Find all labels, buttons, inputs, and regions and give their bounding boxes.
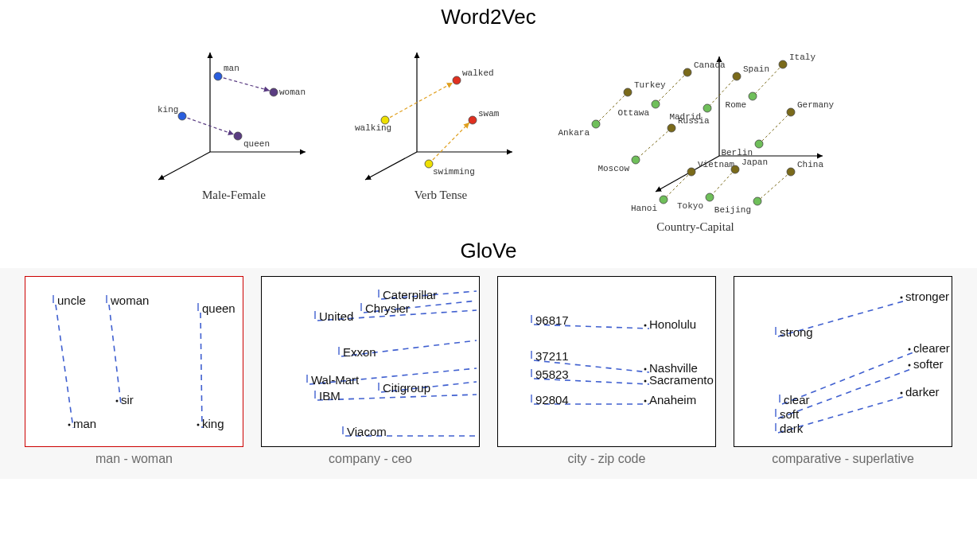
glove-label: queen (202, 301, 235, 315)
glove-label: 96817 (535, 313, 569, 327)
svg-point-30 (683, 68, 691, 76)
w2v-panel-verb-tense: walking walked swimming swam Verb Tense (345, 33, 536, 234)
pt-label: Rome (726, 100, 746, 110)
w2v-svg-male-female: man woman king queen (138, 33, 329, 184)
glove-panel-man-woman: unclemanwomansirqueenking man - woman (25, 276, 243, 466)
svg-line-51 (109, 305, 121, 404)
pt-label: Moscow (597, 164, 629, 173)
glove-panel-company-ceo: CaterpillarChryslerUnitedExxonWal-MartCi… (261, 276, 480, 466)
pt-label: Turkey (634, 80, 666, 90)
svg-point-53 (116, 400, 119, 402)
glove-svg: unclemanwomansirqueenking (25, 276, 243, 447)
glove-label: 37211 (535, 349, 569, 363)
w2v-panel-male-female: man woman king queen Male-Female (138, 33, 329, 234)
glove-label: Wal-Mart (311, 373, 360, 387)
svg-point-44 (731, 165, 739, 173)
pt-label: Tokyo (677, 201, 703, 211)
glove-svg: 96817Honolulu37211Nashville95823Sacramen… (497, 276, 716, 447)
glove-label: man (73, 417, 96, 430)
glove-panel-city-zip: 96817Honolulu37211Nashville95823Sacramen… (497, 276, 716, 466)
glove-label: darker (905, 385, 940, 399)
pt-label: Germany (797, 100, 835, 110)
w2v-caption: Verb Tense (415, 189, 468, 202)
glove-label: uncle (57, 294, 86, 307)
svg-point-96 (901, 392, 903, 395)
svg-point-7 (178, 112, 186, 120)
svg-point-43 (660, 196, 668, 204)
glove-label: Viacom (347, 425, 387, 438)
pt-label: Canada (694, 60, 726, 70)
svg-line-69 (317, 395, 477, 400)
glove-label: IBM (319, 389, 341, 402)
svg-point-84 (644, 400, 647, 402)
svg-point-5 (214, 72, 222, 80)
glove-label: Sacramento (649, 373, 714, 387)
glove-label: clear (784, 393, 810, 406)
glove-label: Chrysler (365, 301, 410, 315)
w2v-svg-country-capital: CanadaOttawaTurkeyAnkaraSpainMadridItaly… (552, 33, 839, 216)
svg-point-6 (270, 88, 278, 96)
pt-label: man (224, 64, 239, 73)
glove-label: king (202, 417, 224, 430)
svg-line-28 (710, 169, 735, 197)
svg-point-37 (749, 92, 757, 100)
glove-label: strong (780, 325, 813, 339)
glove-label: Citigroup (383, 381, 430, 395)
glove-label: 92804 (535, 393, 569, 406)
glove-label: United (319, 309, 353, 323)
pt-label: woman (279, 88, 306, 97)
w2v-panel-country-capital: CanadaOttawaTurkeyAnkaraSpainMadridItaly… (552, 33, 839, 234)
svg-line-13 (429, 122, 469, 164)
svg-point-34 (733, 72, 741, 80)
svg-point-35 (703, 104, 711, 112)
pt-label: Ottawa (617, 108, 649, 118)
svg-point-50 (68, 424, 71, 426)
svg-point-17 (469, 116, 477, 124)
pt-label: king (158, 105, 178, 115)
svg-point-75 (644, 325, 647, 327)
pt-label: Spain (743, 64, 769, 74)
pt-label: queen (243, 139, 270, 149)
svg-line-27 (664, 172, 691, 200)
pt-label: Italy (789, 52, 815, 62)
svg-line-29 (757, 172, 791, 201)
glove-label: sir (121, 393, 134, 406)
svg-point-41 (755, 140, 763, 148)
pt-label: Japan (742, 158, 768, 167)
glove-row: unclemanwomansirqueenking man - woman Ca… (16, 276, 961, 466)
pt-label: Hanoi (631, 204, 657, 213)
glove-wrap: unclemanwomansirqueenking man - woman Ca… (0, 268, 977, 479)
glove-label: Honolulu (649, 317, 696, 331)
pt-label: walking (355, 123, 391, 133)
glove-panel-comparative: strongstrongerclearclearersoftsofterdark… (734, 276, 952, 466)
pt-label: Berlin (721, 148, 753, 158)
svg-point-39 (632, 156, 640, 164)
word2vec-row: man woman king queen Male-Female (0, 33, 977, 234)
glove-label: Exxon (343, 345, 376, 359)
glove-label: softer (913, 357, 944, 371)
glove-label: stronger (905, 290, 949, 303)
glove-svg: CaterpillarChryslerUnitedExxonWal-MartCi… (261, 276, 480, 447)
svg-line-11 (365, 152, 417, 180)
svg-point-36 (779, 60, 787, 68)
section-title-word2vec: Word2Vec (0, 5, 977, 29)
pt-label: Russia (678, 116, 710, 126)
svg-line-54 (200, 313, 202, 428)
svg-point-42 (687, 168, 695, 176)
pt-label: swimming (433, 167, 475, 177)
glove-caption: man - woman (95, 452, 173, 466)
pt-label: walked (462, 68, 494, 78)
pt-label: Beijing (714, 205, 751, 215)
glove-caption: comparative - superlative (772, 452, 914, 466)
glove-label: woman (110, 294, 149, 307)
svg-point-47 (753, 197, 761, 205)
svg-point-87 (901, 297, 903, 299)
svg-point-15 (453, 76, 461, 84)
svg-point-16 (425, 160, 433, 168)
glove-label: 95823 (535, 368, 569, 381)
svg-point-46 (787, 168, 795, 176)
glove-label: Anaheim (649, 393, 696, 406)
svg-line-48 (56, 305, 73, 428)
svg-line-12 (385, 83, 453, 120)
svg-line-4 (182, 116, 234, 134)
